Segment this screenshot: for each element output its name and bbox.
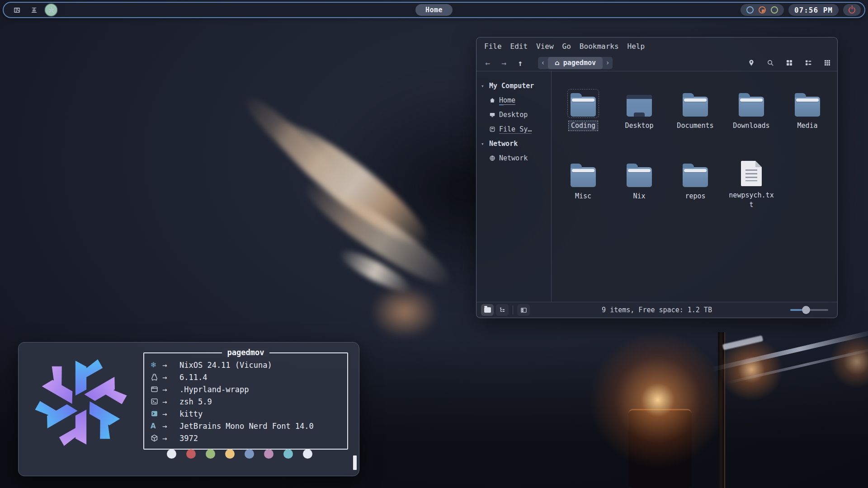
arrow-icon: →: [162, 434, 179, 443]
indicator-green-icon: [771, 6, 778, 14]
sidebar-item-label: Home: [499, 96, 515, 105]
sidebar-item-home[interactable]: Home: [476, 93, 551, 108]
file-item-coding[interactable]: Coding: [557, 89, 610, 135]
file-label: Coding: [568, 121, 598, 131]
kanji-five-icon: [30, 6, 38, 14]
desktop-folder-icon: [627, 95, 652, 117]
wallpaper-face-glow: [371, 285, 439, 339]
sidebar-item-network[interactable]: Network: [476, 151, 551, 165]
home-icon: ⌂: [555, 59, 560, 67]
fetch-row-shell: → zsh 5.9: [151, 395, 341, 408]
fetch-row-kernel: → 6.11.4: [151, 371, 341, 383]
file-item-repos[interactable]: repos: [669, 160, 722, 205]
palette-dot: [245, 449, 254, 459]
power-icon: [849, 7, 855, 14]
terminal-color-palette: [167, 449, 312, 459]
file-label: Documents: [674, 121, 716, 131]
menu-file[interactable]: File: [484, 42, 502, 51]
file-label: Nix: [630, 191, 648, 202]
file-item-newpsych-txt[interactable]: newpsych.txt: [725, 160, 778, 205]
file-label: Downloads: [730, 121, 772, 131]
topbar-right-modules: 07:56 PM: [741, 4, 861, 16]
back-button[interactable]: ←: [483, 58, 493, 68]
folder-icon: [683, 97, 708, 117]
palette-dot: [186, 449, 196, 459]
file-label: Desktop: [622, 121, 656, 131]
menu-view[interactable]: View: [536, 42, 554, 51]
window-manager-icon: [151, 385, 162, 393]
workspace-5[interactable]: [28, 4, 40, 16]
terminal-window[interactable]: pagedmov ❄ → NixOS 24.11 (Vicuna) → 6.11…: [18, 342, 359, 476]
grid-view-icon: [786, 59, 793, 66]
sidebar: ▾ My Computer Home Desktop: [476, 71, 552, 302]
palette-dot: [225, 449, 235, 459]
sidebar-item-desktop[interactable]: Desktop: [476, 108, 551, 122]
folder-icon: [571, 97, 596, 117]
menu-edit[interactable]: Edit: [510, 42, 528, 51]
file-item-desktop[interactable]: Desktop: [613, 89, 666, 135]
palette-dot: [283, 449, 293, 459]
file-item-nix[interactable]: Nix: [613, 160, 666, 205]
sidebar-item-label: File Sy…: [499, 125, 532, 134]
file-item-documents[interactable]: Documents: [669, 89, 722, 135]
path-segment-home[interactable]: ⌂ pagedmov: [548, 57, 603, 69]
location-pin-button[interactable]: [747, 59, 755, 67]
path-segment-label: pagedmov: [563, 59, 596, 67]
folder-icon: [627, 167, 652, 187]
fetch-value: NixOS 24.11 (Vicuna): [179, 361, 272, 370]
fetch-row-terminal: → kitty: [151, 408, 341, 420]
sidebar-section-network[interactable]: ▾ Network: [476, 136, 551, 151]
status-summary: 9 items, Free space: 1.2 TB: [476, 306, 837, 314]
power-button[interactable]: [843, 4, 861, 16]
palette-dot: [167, 449, 176, 459]
terminal-icon: [151, 410, 162, 418]
list-view-button[interactable]: [804, 59, 812, 67]
toolbar-view-controls: [747, 59, 831, 67]
location-pin-icon: [748, 59, 755, 66]
active-window-title[interactable]: Home: [415, 4, 453, 16]
file-item-misc[interactable]: Misc: [557, 160, 610, 205]
sidebar-section-my-computer[interactable]: ▾ My Computer: [476, 79, 551, 93]
path-scroll-left-icon[interactable]: ‹: [538, 59, 548, 67]
fetch-row-packages: → 3972: [151, 432, 341, 444]
palette-dot: [264, 449, 274, 459]
fastfetch-box: pagedmov ❄ → NixOS 24.11 (Vicuna) → 6.11…: [143, 352, 348, 450]
file-item-downloads[interactable]: Downloads: [725, 89, 778, 135]
folder-icon: [683, 167, 708, 187]
expander-icon: ▾: [481, 141, 486, 147]
file-grid: Coding Desktop Documents Downloads Media…: [552, 71, 837, 302]
menu-go[interactable]: Go: [562, 42, 571, 51]
up-button[interactable]: ↑: [515, 58, 525, 68]
zoom-slider[interactable]: [790, 309, 828, 311]
search-icon: [767, 59, 774, 66]
clock[interactable]: 07:56 PM: [788, 4, 839, 16]
terminal-cursor: [353, 455, 357, 470]
file-manager-window: File Edit View Go Bookmarks Help ← → ↑ ‹…: [476, 37, 838, 318]
nixos-icon: ❄: [151, 361, 162, 369]
workspace-4[interactable]: [11, 4, 23, 16]
file-label: Misc: [572, 191, 594, 202]
fetch-value: kitty: [179, 409, 203, 418]
fetch-value: JetBrains Mono Nerd Font 14.0: [179, 422, 314, 431]
compact-view-button[interactable]: [823, 59, 831, 67]
file-label: Media: [794, 121, 820, 131]
arrow-icon: →: [162, 397, 179, 406]
menu-help[interactable]: Help: [627, 42, 645, 51]
palette-dot: [303, 449, 312, 459]
file-item-media[interactable]: Media: [781, 89, 834, 135]
icon-view-button[interactable]: [785, 59, 793, 67]
folder-icon: [795, 97, 820, 117]
fetch-value: .Hyprland-wrapp: [179, 385, 249, 394]
forward-button[interactable]: →: [499, 58, 509, 68]
status-indicators[interactable]: [741, 4, 784, 16]
path-scroll-right-icon[interactable]: ›: [603, 59, 613, 67]
menu-bookmarks[interactable]: Bookmarks: [580, 42, 619, 51]
search-button[interactable]: [766, 59, 774, 67]
sidebar-item-filesystem[interactable]: File Sy…: [476, 122, 551, 136]
fetch-value: 6.11.4: [179, 373, 207, 382]
workspace-6-active[interactable]: [45, 4, 57, 16]
zoom-slider-handle[interactable]: [802, 306, 810, 314]
arrow-icon: →: [162, 409, 179, 418]
packages-icon: [151, 434, 162, 442]
sidebar-section-label: Network: [489, 140, 518, 148]
